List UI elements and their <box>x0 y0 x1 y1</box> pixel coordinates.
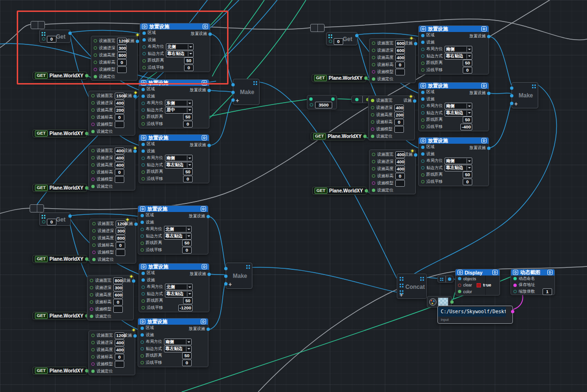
place-collapse-icon[interactable]: D <box>202 135 207 140</box>
param-port[interactable] <box>90 293 93 297</box>
param-port[interactable] <box>91 94 95 97</box>
get-plane-output-port[interactable] <box>365 189 368 192</box>
get-output-port[interactable] <box>68 32 72 35</box>
place-node-2[interactable]: D放置设施D区域设施布局方位南侧贴边方式靠左贴边距线距离50沿线平移0放置设施 <box>139 134 209 183</box>
place-node-1[interactable]: D放置设施D区域设施布局方位东侧贴边方式居中距线距离50沿线平移0放置设施 <box>139 79 209 128</box>
edge-mode-dropdown[interactable]: 靠右贴边 <box>166 51 194 57</box>
model-field[interactable] <box>394 126 404 133</box>
place-port[interactable] <box>421 111 424 115</box>
param-value-field[interactable]: 300 <box>113 285 123 291</box>
place-port[interactable] <box>421 180 424 183</box>
place-port[interactable] <box>141 102 145 105</box>
concat-node[interactable]: + Concat <box>397 274 427 299</box>
get-plane-node-2[interactable]: GETPlane.WorldXY <box>33 184 87 192</box>
param-port[interactable] <box>94 75 97 78</box>
param-panel-2[interactable]: 设施面宽400设施进深400设施高度400设施标高0设施模型设施定位设施 <box>88 146 135 191</box>
edge-mode-dropdown[interactable]: 靠左贴边 <box>165 291 193 297</box>
place-port[interactable] <box>142 45 146 49</box>
place-port[interactable] <box>141 170 145 174</box>
get-plane-node-4[interactable]: GETPlane.WorldXY <box>311 132 365 140</box>
dynamic-screenshot-node[interactable]: D 动态截图 D 动态命名 保存地址 缩放倍数1 <box>511 269 555 295</box>
param-value-field[interactable]: 400 <box>394 105 404 111</box>
place-port[interactable] <box>141 88 145 91</box>
param-port[interactable] <box>91 108 95 112</box>
place-port[interactable] <box>141 95 145 98</box>
param-panel-5[interactable]: 设施面宽400设施进深400设施高度400设施标高0设施模型设施定位设施 <box>369 149 416 194</box>
orientation-dropdown[interactable]: 南侧 <box>445 46 472 53</box>
place-port[interactable] <box>421 41 424 44</box>
get-plane-node-8[interactable]: GETPlane.WorldXY <box>33 367 87 375</box>
param-port[interactable] <box>372 49 375 52</box>
offset-field[interactable]: 0 <box>463 67 472 74</box>
value-input-port[interactable] <box>309 97 313 101</box>
place-port[interactable] <box>141 299 145 303</box>
param-output-port[interactable] <box>134 222 138 226</box>
place-output-port[interactable] <box>207 89 211 92</box>
get-plane-output-port[interactable] <box>85 257 88 261</box>
param-port[interactable] <box>91 370 95 373</box>
place-port[interactable] <box>421 91 424 94</box>
make-output-port[interactable] <box>253 81 257 85</box>
param-panel-7[interactable]: 设施面宽800设施进深300设施高度600设施标高0设施模型设施定位设施 <box>87 275 134 320</box>
make-node-2[interactable]: + Make <box>511 82 538 108</box>
param-port[interactable] <box>92 222 96 225</box>
add-input-button[interactable]: + <box>236 98 239 103</box>
get-input-port[interactable] <box>42 220 45 223</box>
param-value-field[interactable]: 200 <box>115 107 124 114</box>
param-port[interactable] <box>91 334 95 337</box>
param-value-field[interactable]: 0 <box>115 114 124 121</box>
place-port[interactable] <box>421 146 424 149</box>
param-output-port[interactable] <box>136 40 139 43</box>
place-port[interactable] <box>421 118 424 122</box>
param-value-field[interactable]: 800 <box>117 52 127 59</box>
place-collapse-icon[interactable]: D <box>481 26 487 32</box>
place-port[interactable] <box>141 286 145 289</box>
place-port[interactable] <box>141 149 145 153</box>
param-output-port[interactable] <box>414 42 417 45</box>
display-collapse-icon[interactable]: D <box>492 270 498 275</box>
param-output-port[interactable] <box>133 334 137 338</box>
make-node-1[interactable]: + Make <box>233 79 260 105</box>
place-node-8[interactable]: D放置设施D区域设施布局方位南侧贴边方式靠左贴边距线距离50沿线平移0放置设施 <box>138 318 208 367</box>
dynamic-name-port[interactable] <box>513 277 517 280</box>
distance-field[interactable]: 50 <box>182 240 192 246</box>
param-value-field[interactable]: 600 <box>395 47 405 54</box>
get-node-0[interactable]: 0Get <box>39 30 71 43</box>
place-port[interactable] <box>141 242 144 245</box>
place-port[interactable] <box>142 66 146 69</box>
place-collapse-icon[interactable]: D <box>481 83 487 88</box>
param-value-field[interactable]: 0 <box>395 62 405 68</box>
place-node-7[interactable]: D放置设施D区域设施布局方位北侧贴边方式靠左贴边距线距离50沿线平移-1200放… <box>139 263 209 312</box>
make-input-port[interactable] <box>231 91 235 94</box>
zoom-factor-port[interactable] <box>513 290 517 293</box>
collapsed-node[interactable] <box>310 24 325 32</box>
param-port[interactable] <box>91 156 95 159</box>
place-port[interactable] <box>141 340 144 344</box>
make-output-port[interactable] <box>246 265 250 269</box>
edge-mode-dropdown[interactable]: 靠左贴边 <box>445 110 472 117</box>
orientation-dropdown[interactable]: 南侧 <box>164 339 192 345</box>
param-port[interactable] <box>91 355 95 359</box>
value-port-circle[interactable] <box>310 103 313 106</box>
place-port[interactable] <box>421 62 424 65</box>
place-port[interactable] <box>141 157 145 160</box>
param-port[interactable] <box>92 251 96 254</box>
model-field[interactable] <box>116 249 125 256</box>
place-output-port[interactable] <box>207 144 211 147</box>
param-panel-3[interactable]: 设施面宽600设施进深600设施高度400设施标高0设施模型设施定位设施 <box>369 38 416 83</box>
get-plane-node-7[interactable]: GETPlane.WorldXY <box>33 312 87 320</box>
param-value-field[interactable]: 600 <box>113 292 123 298</box>
edge-mode-dropdown[interactable]: 靠右贴边 <box>445 53 472 60</box>
param-output-port[interactable] <box>413 99 416 103</box>
offset-field[interactable]: 0 <box>183 121 193 127</box>
param-port[interactable] <box>371 113 374 117</box>
param-port[interactable] <box>94 46 97 50</box>
place-port[interactable] <box>141 234 144 238</box>
make-input-port[interactable] <box>224 267 228 270</box>
param-port[interactable] <box>91 170 95 174</box>
param-port[interactable] <box>91 341 95 344</box>
param-value-field[interactable]: 0 <box>116 242 125 249</box>
place-collapse-icon[interactable]: D <box>203 24 208 29</box>
param-port[interactable] <box>372 167 375 170</box>
param-port[interactable] <box>372 181 375 185</box>
